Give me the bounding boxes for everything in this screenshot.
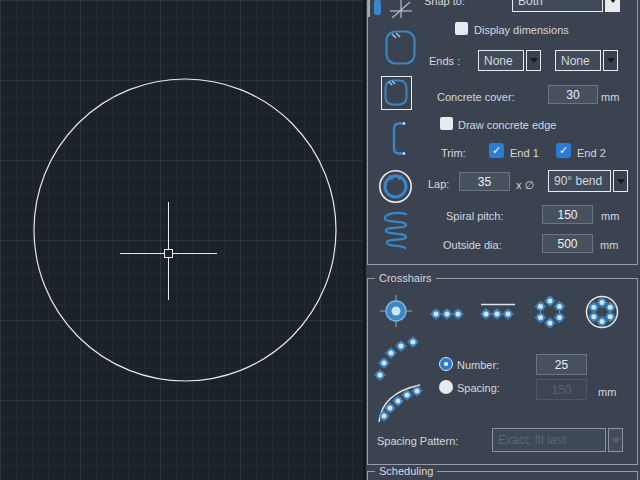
trim-end2-checkbox[interactable]: [556, 143, 571, 158]
trim-end2-label: End 2: [577, 146, 606, 160]
spiral-pitch-label: Spiral pitch:: [446, 209, 503, 223]
spacing-pattern-dropdown[interactable]: Exact; fit last: [492, 428, 623, 452]
concrete-cover-input[interactable]: [548, 85, 598, 104]
spiral-icon[interactable]: [381, 211, 409, 252]
ends-value-2: None: [555, 50, 601, 71]
snap-to-dropdown[interactable]: Both: [512, 0, 620, 12]
lap-times-diameter-label: x ∅: [516, 178, 534, 192]
ends-dropdown-2-arrow[interactable]: [603, 50, 618, 71]
lap-label: Lap:: [428, 177, 449, 191]
ends-dropdown-1[interactable]: None: [478, 50, 541, 71]
draw-concrete-edge-checkbox[interactable]: [440, 117, 453, 130]
lap-bend-dropdown[interactable]: 90° bend: [548, 170, 628, 192]
trim-end1-checkbox[interactable]: [489, 143, 504, 158]
concrete-cover-unit: mm: [601, 91, 619, 104]
snap-to-value: Both: [512, 0, 603, 12]
spacing-unit: mm: [598, 386, 616, 399]
trim-label: Trim:: [441, 146, 466, 160]
arc-dots-icon[interactable]: [374, 334, 420, 382]
outside-dia-input[interactable]: [542, 234, 593, 253]
lap-input[interactable]: [459, 172, 510, 191]
circle-cluster-icon[interactable]: [532, 294, 568, 330]
spiral-pitch-unit: mm: [601, 210, 619, 223]
spacing-radio[interactable]: [439, 380, 453, 394]
number-radio[interactable]: [439, 357, 453, 371]
ends-dropdown-1-arrow[interactable]: [526, 50, 541, 71]
lap-bend-value: 90° bend: [548, 170, 611, 192]
spacing-label: Spacing:: [457, 381, 500, 395]
ends-value-1: None: [478, 50, 524, 71]
spacing-pattern-value: Exact; fit last: [492, 428, 606, 452]
closed-stirrup-icon[interactable]: [384, 29, 418, 67]
scheduling-group-title: Scheduling: [375, 465, 437, 477]
spacing-pattern-label: Spacing Pattern:: [377, 434, 458, 448]
display-dimensions-checkbox[interactable]: [455, 22, 468, 35]
spacing-input[interactable]: [536, 379, 587, 400]
number-input[interactable]: [536, 354, 587, 375]
lap-bend-dropdown-arrow[interactable]: [613, 170, 628, 192]
outside-dia-label: Outside dia:: [443, 238, 502, 252]
number-label: Number:: [457, 358, 499, 372]
scheduling-group: Scheduling: [367, 471, 638, 480]
concrete-cover-label: Concrete cover:: [437, 90, 515, 104]
open-hook-icon[interactable]: [391, 120, 407, 158]
single-crosshair-icon[interactable]: [378, 293, 414, 329]
arc-line-dots-icon[interactable]: [376, 381, 426, 425]
ends-label: Ends :: [429, 54, 460, 68]
app-window: Snap to: Both Display dimensions Ends : …: [0, 0, 640, 480]
circular-hoop-icon[interactable]: [378, 169, 413, 204]
display-dimensions-label: Display dimensions: [474, 23, 569, 37]
crosshairs-group-title: Crosshairs: [375, 272, 436, 284]
closed-stirrup-selected-icon[interactable]: [381, 76, 412, 110]
trim-end1-label: End 1: [510, 146, 539, 160]
drawing-canvas[interactable]: [0, 0, 363, 480]
drawn-circle-and-cursor: [0, 0, 363, 480]
snap-bar-icon[interactable]: [366, 0, 414, 18]
ends-dropdown-2[interactable]: None: [555, 50, 618, 71]
snap-to-dropdown-arrow[interactable]: [605, 0, 620, 12]
spacing-pattern-dropdown-arrow[interactable]: [608, 428, 623, 452]
spiral-pitch-input[interactable]: [542, 205, 593, 224]
row-dots-edge-icon[interactable]: [479, 301, 517, 321]
snap-to-label: Snap to:: [424, 0, 465, 8]
row-dots-icon[interactable]: [428, 307, 466, 321]
panel-divider: [363, 0, 366, 480]
circle-outline-dots-icon[interactable]: [583, 293, 621, 331]
draw-concrete-edge-label: Draw concrete edge: [458, 118, 556, 132]
outside-dia-unit: mm: [600, 239, 618, 252]
